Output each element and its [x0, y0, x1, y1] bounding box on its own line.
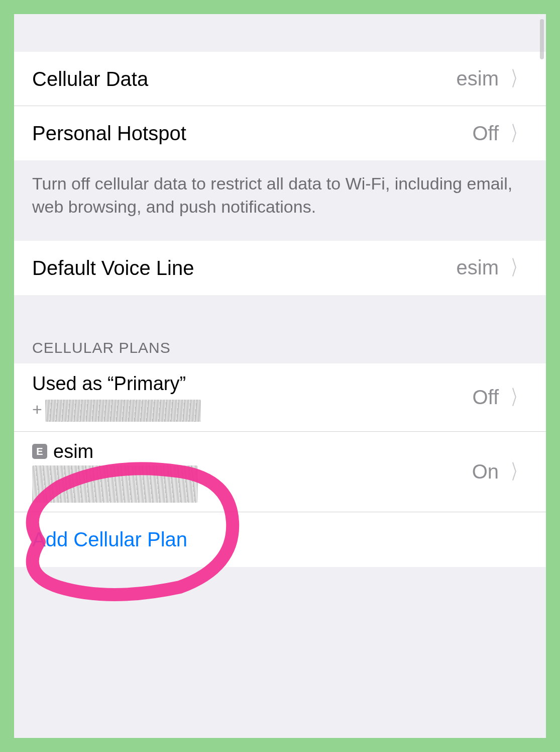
plan-esim-title: esim [53, 441, 93, 462]
esim-badge-icon: E [32, 444, 47, 459]
redacted-number [45, 400, 201, 422]
plan-esim-value: On [472, 460, 499, 483]
plan-primary-sub: + [32, 398, 472, 422]
chevron-right-icon: 〉 [511, 120, 525, 147]
default-voice-line-label: Default Voice Line [32, 256, 457, 280]
chevron-right-icon: 〉 [511, 65, 525, 92]
row-personal-hotspot[interactable]: Personal Hotspot Off 〉 [14, 106, 546, 160]
row-default-voice-line[interactable]: Default Voice Line esim 〉 [14, 241, 546, 295]
settings-screen: Cellular Data esim 〉 Personal Hotspot Of… [14, 14, 546, 738]
plan-primary-title: Used as “Primary” [32, 373, 472, 395]
top-spacer [14, 14, 546, 52]
row-add-cellular-plan[interactable]: Add Cellular Plan [14, 512, 546, 567]
plan-primary-value: Off [472, 386, 499, 409]
row-plan-esim[interactable]: E esim On 〉 [14, 432, 546, 512]
plan-primary-left: Used as “Primary” + [32, 373, 472, 422]
group-cellular: Cellular Data esim 〉 Personal Hotspot Of… [14, 52, 546, 160]
spacer [14, 295, 546, 325]
cellular-plans-header: CELLULAR PLANS [14, 325, 546, 363]
scrollbar[interactable] [540, 19, 544, 59]
cellular-data-value: esim [457, 67, 499, 90]
personal-hotspot-value: Off [472, 122, 499, 145]
group-voice-line: Default Voice Line esim 〉 [14, 241, 546, 295]
personal-hotspot-label: Personal Hotspot [32, 121, 472, 145]
redacted-carrier [32, 465, 198, 503]
chevron-right-icon: 〉 [511, 254, 525, 281]
cellular-footer-text: Turn off cellular data to restrict all d… [14, 160, 546, 241]
default-voice-line-value: esim [457, 256, 499, 279]
plan-esim-title-wrap: E esim [32, 441, 472, 462]
chevron-right-icon: 〉 [511, 384, 525, 411]
row-plan-primary[interactable]: Used as “Primary” + Off 〉 [14, 363, 546, 432]
plan-esim-left: E esim [32, 441, 472, 503]
chevron-right-icon: 〉 [511, 458, 525, 486]
row-cellular-data[interactable]: Cellular Data esim 〉 [14, 52, 546, 106]
group-cellular-plans: Used as “Primary” + Off 〉 E esim On 〉 Ad… [14, 363, 546, 567]
add-cellular-plan-label: Add Cellular Plan [32, 528, 528, 551]
plan-primary-prefix: + [32, 400, 42, 419]
cellular-data-label: Cellular Data [32, 67, 457, 91]
